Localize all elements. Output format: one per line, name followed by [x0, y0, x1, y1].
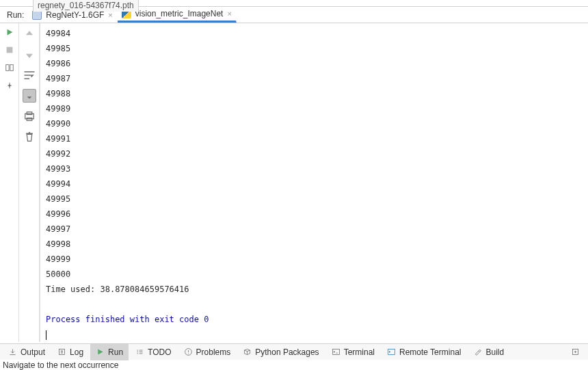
bottom-build-label: Build [485, 347, 504, 357]
stop-icon[interactable] [5, 45, 14, 55]
run-label: Run: [3, 10, 28, 20]
bottom-run[interactable]: Run [90, 344, 129, 360]
pin-icon[interactable] [5, 81, 14, 90]
bottom-remote-terminal[interactable]: Remote Terminal [382, 344, 466, 360]
print-icon[interactable] [23, 109, 36, 123]
bottom-remote-label: Remote Terminal [399, 347, 461, 357]
bottom-log-label: Log [70, 347, 83, 357]
svg-rect-8 [332, 349, 339, 354]
down-icon[interactable] [23, 48, 36, 62]
bottom-build[interactable]: Build [468, 344, 509, 360]
close-icon[interactable]: × [227, 10, 231, 18]
up-icon[interactable] [23, 27, 36, 41]
svg-rect-1 [5, 65, 8, 71]
bottom-terminal[interactable]: Terminal [326, 344, 380, 360]
run-tab-vision-label: vision_metric_ImageNet [135, 9, 224, 18]
console-output[interactable]: 49984 49985 49986 49987 49988 49989 4999… [40, 23, 588, 342]
editor-tab-partial-label: regnety_016-54367f74.pth [38, 1, 134, 10]
close-icon[interactable]: × [108, 11, 112, 19]
bottom-todo-label: TODO [148, 347, 171, 357]
toolbar-gutter [19, 23, 40, 342]
left-gutter [0, 23, 19, 342]
bottom-output[interactable]: Output [3, 344, 51, 360]
status-text: Navigate to the next occurrence [3, 360, 118, 370]
top-edge: regnety_016-54367f74.pth [0, 0, 588, 7]
trash-icon[interactable] [23, 130, 36, 144]
svg-rect-9 [388, 349, 395, 354]
svg-rect-0 [6, 47, 12, 53]
bottom-run-label: Run [108, 347, 123, 357]
svg-rect-2 [10, 65, 12, 71]
rerun-icon[interactable] [5, 27, 14, 37]
bottom-todo[interactable]: TODO [130, 344, 176, 360]
layout-icon[interactable] [5, 63, 14, 72]
status-bar: Navigate to the next occurrence [0, 360, 588, 370]
scroll-to-end-icon[interactable] [23, 89, 36, 103]
bottom-log[interactable]: Log [52, 344, 89, 360]
bottom-more[interactable] [565, 344, 585, 360]
bottom-problems[interactable]: Problems [178, 344, 237, 360]
bottom-output-label: Output [21, 347, 45, 357]
wrap-icon[interactable] [23, 68, 36, 82]
bottom-terminal-label: Terminal [344, 347, 375, 357]
bottom-packages[interactable]: Python Packages [237, 344, 324, 360]
main: 49984 49985 49986 49987 49988 49989 4999… [0, 23, 588, 342]
bottom-packages-label: Python Packages [255, 347, 319, 357]
bottom-problems-label: Problems [196, 347, 231, 357]
editor-tab-partial[interactable]: regnety_016-54367f74.pth [33, 0, 139, 12]
bottom-tool-bar: Output Log Run TODO Problems Python Pack… [0, 343, 588, 360]
